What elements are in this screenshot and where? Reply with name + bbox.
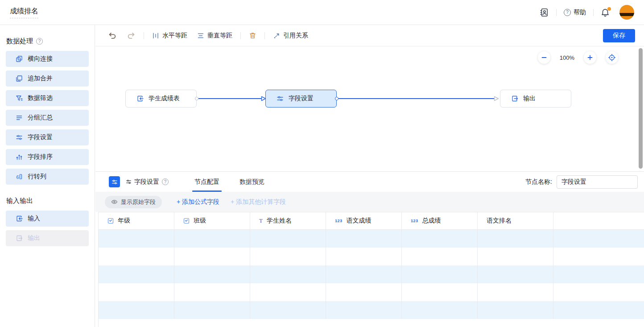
redo-button[interactable]: [127, 31, 136, 40]
vertical-scrollbar[interactable]: [639, 48, 643, 169]
sidebar-item-append-merge[interactable]: 追加合并: [6, 70, 89, 87]
table-row: [99, 301, 644, 319]
horizontal-spacing-label: 水平等距: [162, 32, 187, 40]
section-title: 输入输出: [6, 197, 33, 205]
field-actions-row: 显示原始字段 + 添加公式字段 + 添加其他计算字段: [95, 192, 644, 212]
vertical-spacing-label: 垂直等距: [207, 32, 232, 40]
zoom-out-button[interactable]: [538, 51, 550, 64]
column-label: 学生姓名: [267, 217, 292, 225]
panel-help-icon[interactable]: ?: [162, 178, 169, 185]
edge-arrowhead: [494, 96, 499, 101]
sidebar-item-label: 行转列: [28, 173, 46, 181]
app-window: 成绩排名 ? 帮助: [0, 0, 644, 327]
table-row: [99, 283, 644, 301]
sidebar-item-output: 输出: [6, 230, 89, 246]
sidebar-item-horizontal-join[interactable]: 横向连接: [6, 51, 89, 67]
output-icon: [16, 235, 23, 242]
node-label: 输出: [523, 95, 536, 103]
contacts-icon[interactable]: [539, 8, 549, 17]
node-name-group: 节点名称:: [525, 175, 638, 189]
divider: [144, 32, 144, 39]
column-label: 总成绩: [422, 217, 441, 225]
table-row: [99, 248, 644, 265]
table-row: [99, 230, 644, 248]
output-icon: [511, 95, 518, 102]
dimension-type-icon: [183, 218, 190, 224]
node-output[interactable]: 输出: [500, 90, 571, 108]
column-header-grade[interactable]: 年级: [99, 212, 174, 229]
node-name-input[interactable]: [557, 175, 638, 189]
dimension-type-icon: [107, 218, 114, 224]
column-label: 语文成绩: [347, 217, 372, 225]
field-settings-icon: [16, 134, 23, 141]
input-icon: [16, 215, 23, 222]
table-row: [99, 265, 644, 283]
undo-button[interactable]: [108, 31, 116, 40]
add-other-calc-field-button: + 添加其他计算字段: [231, 198, 286, 206]
column-header-class[interactable]: 班级: [174, 212, 250, 229]
append-merge-icon: [16, 75, 23, 82]
eye-icon: [111, 199, 118, 205]
question-circle-icon: ?: [564, 9, 571, 16]
divider: [556, 9, 557, 16]
output-port[interactable]: [195, 97, 198, 100]
sidebar-item-input[interactable]: 输入: [6, 211, 89, 227]
node-label: 字段设置: [289, 95, 314, 103]
notifications-bell-icon[interactable]: [601, 8, 610, 17]
sidebar-item-group-summary[interactable]: 分组汇总: [6, 110, 89, 126]
edge-fieldsettings-to-output: [339, 98, 495, 99]
column-header-student-name[interactable]: T 学生姓名: [250, 212, 326, 229]
column-header-chinese-rank[interactable]: 语文排名: [478, 212, 553, 229]
panel-title: 字段设置: [134, 178, 159, 186]
sidebar-item-row-to-column[interactable]: 6 行转列: [6, 169, 89, 185]
show-original-fields-toggle[interactable]: 显示原始字段: [105, 196, 162, 208]
zoom-in-button[interactable]: [584, 51, 596, 64]
panel-header: 字段设置 ? 节点配置 数据预览 节点名称:: [95, 172, 644, 192]
help-button[interactable]: ? 帮助: [564, 8, 586, 17]
sidebar-item-field-sort[interactable]: 字段排序: [6, 149, 89, 165]
section-help-icon[interactable]: ?: [36, 38, 43, 45]
sidebar-item-label: 字段排序: [28, 153, 53, 161]
document-title[interactable]: 成绩排名: [10, 7, 38, 18]
output-port[interactable]: [335, 97, 339, 100]
filter-icon: [16, 95, 23, 102]
zoom-level: 100%: [560, 54, 574, 61]
main-area: 水平等距 垂直等距: [95, 25, 644, 327]
user-avatar[interactable]: [619, 5, 634, 20]
add-formula-field-button[interactable]: + 添加公式字段: [177, 198, 219, 206]
column-label: 年级: [118, 217, 130, 225]
row-to-column-icon: 6: [16, 173, 23, 180]
sidebar-item-label: 追加合并: [28, 75, 53, 83]
canvas-toolbar: 水平等距 垂直等距: [95, 25, 644, 46]
reference-relations-button[interactable]: 引用关系: [273, 32, 308, 40]
input-icon: [136, 95, 144, 102]
sidebar-item-label: 输入: [28, 215, 40, 223]
field-settings-mini-icon: [126, 179, 132, 185]
node-field-settings[interactable]: 字段设置: [265, 90, 337, 108]
horizontal-spacing-button[interactable]: 水平等距: [152, 32, 187, 40]
sidebar-item-field-settings[interactable]: 字段设置: [6, 129, 89, 145]
notification-badge: [607, 7, 611, 11]
number-type-icon: 123: [335, 219, 343, 223]
column-header-total-score[interactable]: 123 总成绩: [402, 212, 478, 229]
divider: [593, 9, 594, 16]
node-student-scores-table[interactable]: 学生成绩表: [125, 90, 197, 108]
help-label: 帮助: [574, 8, 586, 17]
reference-relations-label: 引用关系: [283, 32, 308, 40]
group-summary-icon: [16, 114, 23, 121]
vertical-spacing-button[interactable]: 垂直等距: [197, 32, 232, 40]
fields-table-body: [99, 230, 644, 319]
fit-to-screen-button[interactable]: [606, 51, 618, 64]
node-label: 学生成绩表: [149, 95, 180, 103]
tab-node-config[interactable]: 节点配置: [194, 172, 220, 192]
flow-canvas[interactable]: 100%: [95, 46, 644, 171]
sidebar-section-data-processing: 数据处理 ?: [6, 37, 95, 46]
sidebar-item-data-filter[interactable]: 数据筛选: [6, 90, 89, 106]
panel-tabs: 节点配置 数据预览: [194, 172, 265, 192]
save-button[interactable]: 保存: [603, 29, 635, 42]
delete-trash-icon[interactable]: [249, 32, 256, 39]
column-header-chinese-score[interactable]: 123 语文成绩: [326, 212, 402, 229]
field-settings-node-icon: [109, 176, 120, 187]
tab-data-preview[interactable]: 数据预览: [239, 172, 265, 192]
svg-text:6: 6: [17, 174, 19, 180]
